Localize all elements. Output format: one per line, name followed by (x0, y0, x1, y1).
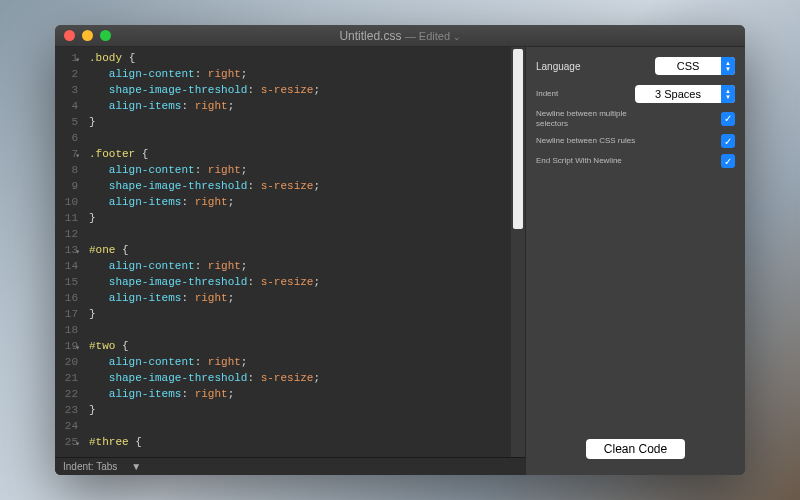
option-label: Newline between CSS rules (536, 136, 635, 146)
window-title: Untitled.css — Edited (55, 29, 745, 43)
fold-marker-icon[interactable]: ▾ (75, 436, 80, 452)
line-number: 19▾ (55, 338, 78, 354)
code-line[interactable]: } (89, 306, 511, 322)
code-line[interactable] (89, 322, 511, 338)
filename: Untitled.css (339, 29, 401, 43)
vertical-scrollbar[interactable] (511, 47, 525, 457)
line-number: 4 (55, 98, 78, 114)
line-number: 2 (55, 66, 78, 82)
clean-code-button[interactable]: Clean Code (586, 439, 685, 459)
line-number: 17 (55, 306, 78, 322)
stepper-arrows-icon: ▲▼ (721, 57, 735, 75)
language-label: Language (536, 61, 581, 72)
line-number: 21 (55, 370, 78, 386)
body-area: 1▾234567▾8910111213▾141516171819▾2021222… (55, 47, 745, 475)
line-number: 13▾ (55, 242, 78, 258)
code-line[interactable]: #three { (89, 434, 511, 450)
language-select[interactable]: CSS ▲▼ (655, 57, 735, 75)
line-number: 22 (55, 386, 78, 402)
code-line[interactable]: align-content: right; (89, 258, 511, 274)
code-line[interactable]: #two { (89, 338, 511, 354)
option-checkbox[interactable]: ✓ (721, 134, 735, 148)
code-line[interactable]: align-content: right; (89, 162, 511, 178)
line-number: 24 (55, 418, 78, 434)
code-line[interactable]: shape-image-threshold: s-resize; (89, 274, 511, 290)
language-value: CSS (655, 60, 721, 72)
stepper-arrows-icon: ▲▼ (721, 85, 735, 103)
status-bar: Indent: Tabs ▼ (55, 457, 525, 475)
indent-select[interactable]: 3 Spaces ▲▼ (635, 85, 735, 103)
line-number: 20 (55, 354, 78, 370)
line-number: 7▾ (55, 146, 78, 162)
option-row: Newline between multiple selectors✓ (536, 109, 735, 128)
indent-mode[interactable]: Indent: Tabs (63, 461, 117, 472)
line-number: 16 (55, 290, 78, 306)
line-number: 12 (55, 226, 78, 242)
line-number: 8 (55, 162, 78, 178)
code-line[interactable]: shape-image-threshold: s-resize; (89, 178, 511, 194)
code-line[interactable]: .body { (89, 50, 511, 66)
line-number: 5 (55, 114, 78, 130)
line-number: 25▾ (55, 434, 78, 450)
zoom-icon[interactable] (100, 30, 111, 41)
line-number: 15 (55, 274, 78, 290)
edited-indicator[interactable]: — Edited (405, 30, 461, 42)
code-line[interactable]: } (89, 114, 511, 130)
code-line[interactable]: align-items: right; (89, 290, 511, 306)
option-row: End Script With Newline✓ (536, 154, 735, 168)
line-number: 6 (55, 130, 78, 146)
scrollbar-thumb[interactable] (513, 49, 523, 229)
indent-value: 3 Spaces (635, 88, 721, 100)
minimize-icon[interactable] (82, 30, 93, 41)
code-line[interactable]: shape-image-threshold: s-resize; (89, 82, 511, 98)
option-checkbox[interactable]: ✓ (721, 112, 735, 126)
language-row: Language CSS ▲▼ (536, 57, 735, 75)
line-number: 11 (55, 210, 78, 226)
option-label: Newline between multiple selectors (536, 109, 646, 128)
app-window: Untitled.css — Edited 1▾234567▾891011121… (55, 25, 745, 475)
code-line[interactable] (89, 226, 511, 242)
code-line[interactable]: .footer { (89, 146, 511, 162)
titlebar[interactable]: Untitled.css — Edited (55, 25, 745, 47)
line-number: 3 (55, 82, 78, 98)
editor-pane: 1▾234567▾8910111213▾141516171819▾2021222… (55, 47, 525, 475)
code-line[interactable]: shape-image-threshold: s-resize; (89, 370, 511, 386)
option-checkbox[interactable]: ✓ (721, 154, 735, 168)
code-line[interactable]: align-content: right; (89, 354, 511, 370)
code-content[interactable]: .body { align-content: right; shape-imag… (83, 47, 511, 457)
line-number: 18 (55, 322, 78, 338)
code-line[interactable]: align-content: right; (89, 66, 511, 82)
code-area[interactable]: 1▾234567▾8910111213▾141516171819▾2021222… (55, 47, 525, 457)
dropdown-icon[interactable]: ▼ (131, 461, 141, 472)
code-line[interactable]: } (89, 402, 511, 418)
code-line[interactable]: align-items: right; (89, 386, 511, 402)
code-line[interactable]: align-items: right; (89, 98, 511, 114)
line-number: 9 (55, 178, 78, 194)
line-number: 10 (55, 194, 78, 210)
option-label: End Script With Newline (536, 156, 622, 166)
code-line[interactable] (89, 130, 511, 146)
code-line[interactable]: } (89, 210, 511, 226)
line-gutter: 1▾234567▾8910111213▾141516171819▾2021222… (55, 47, 83, 457)
code-line[interactable] (89, 418, 511, 434)
settings-panel: Language CSS ▲▼ Indent 3 Spaces ▲▼ Newli… (525, 47, 745, 475)
indent-label: Indent (536, 89, 558, 99)
code-line[interactable]: align-items: right; (89, 194, 511, 210)
indent-row: Indent 3 Spaces ▲▼ (536, 85, 735, 103)
traffic-lights (55, 30, 111, 41)
line-number: 14 (55, 258, 78, 274)
close-icon[interactable] (64, 30, 75, 41)
line-number: 23 (55, 402, 78, 418)
code-line[interactable]: #one { (89, 242, 511, 258)
line-number: 1▾ (55, 50, 78, 66)
option-row: Newline between CSS rules✓ (536, 134, 735, 148)
